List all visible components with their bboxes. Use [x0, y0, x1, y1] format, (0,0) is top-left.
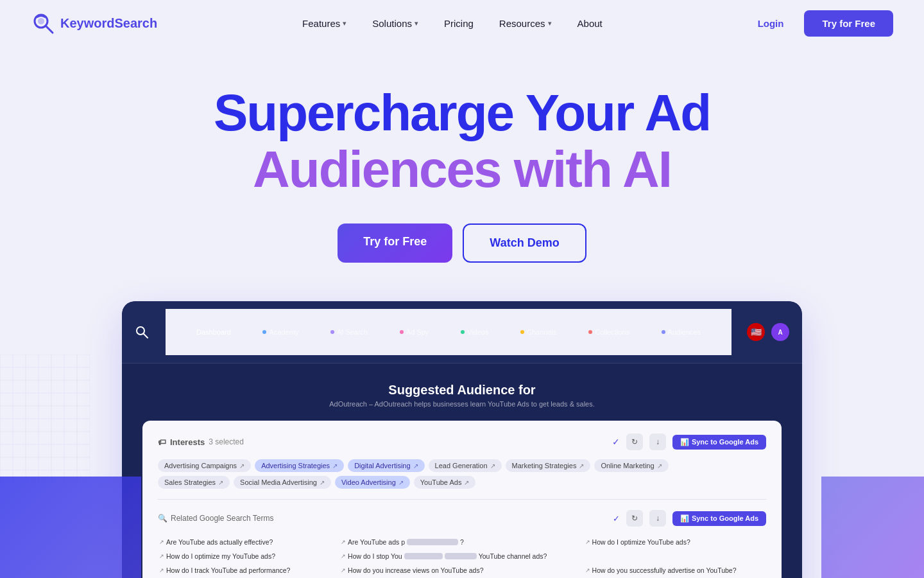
term-cell: ↗ Are YouTube ads actually effective?: [159, 536, 339, 548]
svg-point-5: [137, 327, 144, 335]
term-cell: ↗ Are YouTube ads p?: [341, 536, 584, 548]
table-row: ↗ How do I optimize my YouTube ads? ↗ Ho…: [159, 550, 765, 563]
screen-nav-channels[interactable]: Channels: [520, 328, 556, 336]
nav-links: Features ▾ Solutions ▾ Pricing Resources…: [292, 13, 613, 34]
watch-demo-button[interactable]: Watch Demo: [463, 223, 586, 263]
chevron-down-icon: ▾: [415, 19, 418, 28]
nav-item-about[interactable]: About: [567, 13, 613, 34]
hero-section: Supercharge Your Ad Audiences with AI Tr…: [0, 46, 924, 578]
term-cell: ↗ How do I optimize my YouTube ads?: [159, 550, 339, 563]
related-label: 🔍 Related Google Search Terms: [158, 514, 274, 523]
refresh-icon2[interactable]: ↻: [626, 510, 643, 527]
term-cell: ↗ How do you increase views on YouTube a…: [341, 564, 584, 577]
checkmark-icon2: ✓: [613, 514, 620, 523]
svg-line-1: [46, 26, 53, 33]
screen-content: Suggested Audience for AdOutreach – AdOu…: [122, 363, 802, 578]
login-button[interactable]: Login: [748, 13, 794, 34]
screen-right-actions: 🇺🇸 A: [747, 323, 789, 341]
sync-icon: 📊: [680, 438, 689, 446]
screen-nav-videos[interactable]: Videos: [461, 328, 488, 336]
screen-nav: Dashboard Academy AI Search Ad Spy Video…: [166, 309, 732, 355]
interests-row: 🏷 Interests 3 selected ✓ ↻ ↓ 📊 Sync: [158, 434, 766, 450]
screen-nav-dashboard[interactable]: Dashboard: [196, 328, 231, 336]
try-for-free-nav-button[interactable]: Try for Free: [804, 10, 893, 37]
tag-video-advertising[interactable]: Video Advertising ↗: [335, 476, 410, 489]
sync-google-ads-button2[interactable]: 📊 Sync to Google Ads: [672, 511, 766, 526]
tag-sales-strategies[interactable]: Sales Strategies ↗: [158, 476, 230, 489]
related-row: 🔍 Related Google Search Terms ✓ ↻ ↓ 📊 Sy…: [158, 510, 766, 527]
tag-lead-generation[interactable]: Lead Generation ↗: [429, 459, 502, 472]
interest-tags-row2: Sales Strategies ↗ Social Media Advertis…: [158, 476, 766, 489]
tag-icon: 🏷: [158, 437, 166, 447]
table-row: ↗ How do I track YouTube ad performance?…: [159, 564, 765, 577]
user-avatar: A: [771, 323, 789, 341]
bottom-left-accent: [0, 477, 141, 578]
svg-point-2: [38, 18, 44, 24]
nav-item-resources[interactable]: Resources ▾: [489, 13, 562, 34]
sync-google-ads-button[interactable]: 📊 Sync to Google Ads: [672, 435, 766, 450]
related-actions: ✓ ↻ ↓ 📊 Sync to Google Ads: [613, 510, 766, 527]
tag-social-media-advertising[interactable]: Social Media Advertising ↗: [234, 476, 331, 489]
logo-plain: Keyword: [60, 16, 114, 30]
screen-topbar: Dashboard Academy AI Search Ad Spy Video…: [122, 301, 802, 363]
svg-line-6: [144, 334, 148, 338]
term-cell: ↗ How do I track YouTube ad performance?: [159, 564, 339, 577]
screen-nav-ad-spy[interactable]: Ad Spy: [400, 328, 429, 336]
logo-accent: Search: [114, 16, 157, 30]
headline-part1: Supercharge Your Ad: [214, 84, 710, 141]
audience-card: 🏷 Interests 3 selected ✓ ↻ ↓ 📊 Sync: [142, 421, 782, 578]
sync-icon2: 📊: [680, 514, 689, 523]
nav-item-solutions[interactable]: Solutions ▾: [362, 13, 429, 34]
refresh-icon[interactable]: ↻: [626, 434, 643, 450]
logo-text: KeywordSearch: [60, 16, 157, 31]
hero-buttons: Try for Free Watch Demo: [31, 223, 893, 263]
screenshot-frame: Dashboard Academy AI Search Ad Spy Video…: [122, 301, 802, 578]
try-for-free-hero-button[interactable]: Try for Free: [338, 223, 452, 263]
screen-logo-icon: [135, 324, 150, 340]
logo-icon: [31, 11, 55, 35]
nav-item-pricing[interactable]: Pricing: [434, 13, 484, 34]
tag-marketing-strategies[interactable]: Marketing Strategies ↗: [506, 459, 591, 472]
logo-link[interactable]: KeywordSearch: [31, 11, 157, 35]
screen-nav-collections[interactable]: Collections: [588, 328, 629, 336]
screen-nav-audiences[interactable]: Audiences: [662, 328, 701, 336]
download-icon2[interactable]: ↓: [649, 510, 666, 527]
flag-icon: 🇺🇸: [747, 323, 765, 341]
tag-online-marketing[interactable]: Online Marketing ↗: [594, 459, 668, 472]
download-icon[interactable]: ↓: [649, 434, 666, 450]
section-subtitle: AdOutreach – AdOutreach helps businesses…: [142, 400, 782, 408]
bottom-right-accent: [821, 477, 924, 578]
term-cell: ↗ How do I optimize YouTube ads?: [585, 536, 765, 548]
interest-tags: Advertising Campaigns ↗ Advertising Stra…: [158, 459, 766, 472]
tag-advertising-strategies[interactable]: Advertising Strategies ↗: [255, 459, 344, 472]
tag-digital-advertising[interactable]: Digital Advertising ↗: [348, 459, 424, 472]
search-icon: 🔍: [158, 514, 167, 523]
nav-actions: Login Try for Free: [748, 10, 893, 37]
headline-part2: Audiences with AI: [253, 141, 671, 198]
term-cell: ↗ How do you successfully advertise on Y…: [585, 564, 765, 577]
tag-advertising-campaigns[interactable]: Advertising Campaigns ↗: [158, 459, 251, 472]
screen-nav-academy[interactable]: Academy: [262, 328, 298, 336]
chevron-down-icon: ▾: [343, 19, 346, 28]
checkmark-icon: ✓: [612, 437, 620, 447]
hero-headline: Supercharge Your Ad Audiences with AI: [31, 85, 893, 198]
tag-youtube-ads[interactable]: YouTube Ads ↗: [414, 476, 476, 489]
screen-nav-ai-search[interactable]: AI Search: [330, 328, 368, 336]
section-divider: [158, 499, 766, 500]
nav-item-features[interactable]: Features ▾: [292, 13, 357, 34]
term-cell: ↗ How do I stop You YouTube channel ads?: [341, 550, 584, 563]
table-row: ↗ Are YouTube ads actually effective? ↗ …: [159, 536, 765, 548]
search-terms-table: ↗ Are YouTube ads actually effective? ↗ …: [158, 534, 766, 578]
chevron-down-icon: ▾: [548, 19, 552, 28]
navbar: KeywordSearch Features ▾ Solutions ▾ Pri…: [0, 0, 924, 46]
interests-label: 🏷 Interests 3 selected: [158, 437, 244, 447]
section-title: Suggested Audience for: [142, 383, 782, 398]
interests-actions: ✓ ↻ ↓ 📊 Sync to Google Ads: [612, 434, 766, 450]
product-screenshot: Dashboard Academy AI Search Ad Spy Video…: [122, 301, 802, 578]
